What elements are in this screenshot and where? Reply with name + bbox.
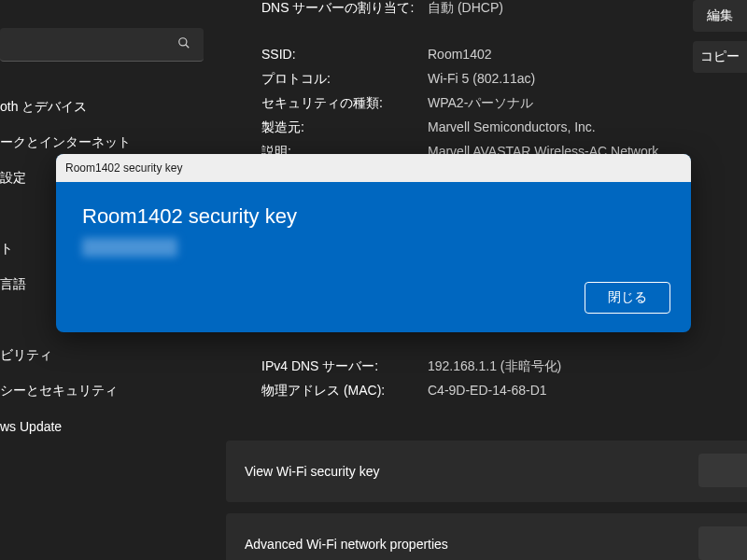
ssid-value: Room1402	[428, 47, 492, 62]
edit-label: 編集	[707, 7, 733, 24]
dialog-close-button[interactable]: 閉じる	[585, 282, 670, 314]
dialog-titlebar: Room1402 security key	[56, 154, 691, 182]
view-security-key-action[interactable]	[698, 454, 747, 487]
sidebar-item-label: oth とデバイス	[0, 99, 87, 116]
svg-line-1	[186, 45, 190, 49]
protocol-label: プロトコル:	[261, 71, 428, 88]
sidebar-item-label: ビリティ	[0, 347, 52, 364]
search-icon	[177, 36, 190, 52]
manufacturer-value: Marvell Semiconductors, Inc.	[428, 119, 596, 134]
dns-assign-value: 自動 (DHCP)	[428, 0, 503, 17]
lower-info-block: IPv4 DNS サーバー:192.168.1.1 (非暗号化) 物理アドレス …	[261, 358, 747, 407]
advanced-properties-action[interactable]	[698, 526, 747, 560]
sidebar-item-label: 設定	[0, 170, 26, 187]
copy-label: コピー	[700, 49, 740, 65]
network-info-block: SSID:Room1402 プロトコル:Wi-Fi 5 (802.11ac) セ…	[261, 47, 747, 168]
sidebar-item-label: ークとインターネット	[0, 134, 131, 151]
sidebar-item-label: ト	[0, 241, 13, 258]
sidebar-item-privacy[interactable]: シーとセキュリティ	[0, 373, 204, 409]
ssid-label: SSID:	[261, 47, 428, 62]
ipv4-dns-label: IPv4 DNS サーバー:	[261, 358, 428, 375]
sidebar-item-accessibility[interactable]: ビリティ	[0, 338, 204, 373]
sidebar-item-label: シーとセキュリティ	[0, 383, 118, 399]
sidebar-item-label: ws Update	[0, 419, 62, 434]
sidebar-item-bluetooth[interactable]: oth とデバイス	[0, 90, 204, 125]
dialog-heading: Room1402 security key	[82, 204, 665, 229]
copy-button[interactable]: コピー	[693, 41, 747, 73]
advanced-properties-row[interactable]: Advanced Wi-Fi network properties	[226, 513, 747, 560]
svg-point-0	[179, 38, 187, 46]
protocol-value: Wi-Fi 5 (802.11ac)	[428, 71, 535, 86]
mac-value: C4-9D-ED-14-68-D1	[428, 383, 547, 398]
security-key-value-blurred	[82, 238, 177, 257]
sidebar-item-update[interactable]: ws Update	[0, 409, 204, 444]
sidebar-item-label: 言語	[0, 276, 26, 293]
view-security-key-row[interactable]: View Wi-Fi security key	[226, 441, 747, 502]
dns-assignment-block: DNS サーバーの割り当て: 自動 (DHCP)	[261, 0, 747, 24]
ipv4-dns-value: 192.168.1.1 (非暗号化)	[428, 358, 561, 375]
manufacturer-label: 製造元:	[261, 119, 428, 136]
mac-label: 物理アドレス (MAC):	[261, 383, 428, 399]
advanced-properties-label: Advanced Wi-Fi network properties	[245, 537, 448, 552]
dns-assign-label: DNS サーバーの割り当て:	[261, 0, 428, 17]
dialog-close-label: 閉じる	[608, 289, 647, 304]
search-input[interactable]	[0, 28, 204, 62]
dialog-titlebar-text: Room1402 security key	[65, 161, 182, 175]
edit-button[interactable]: 編集	[693, 0, 747, 32]
view-security-key-label: View Wi-Fi security key	[245, 464, 379, 479]
security-type-value: WPA2-パーソナル	[428, 95, 533, 112]
security-type-label: セキュリティの種類:	[261, 95, 428, 112]
security-key-dialog: Room1402 security key Room1402 security …	[56, 154, 691, 332]
